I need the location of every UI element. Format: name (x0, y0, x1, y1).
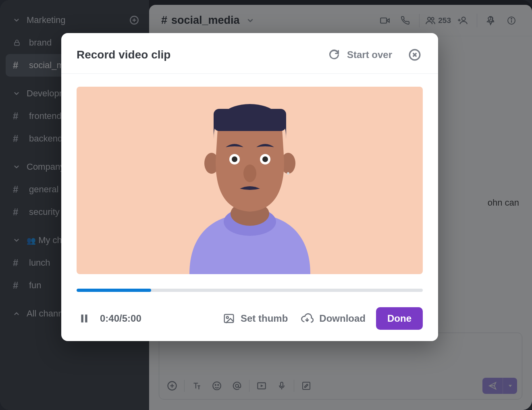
avatar-illustration (165, 101, 335, 274)
refresh-icon (328, 49, 340, 60)
recording-progress[interactable] (77, 289, 423, 292)
svg-rect-43 (81, 314, 83, 323)
svg-point-39 (232, 156, 237, 162)
svg-point-46 (227, 316, 229, 318)
download-label: Download (319, 313, 366, 324)
done-label: Done (387, 313, 411, 324)
progress-fill (77, 289, 151, 292)
pause-button[interactable] (77, 311, 92, 326)
svg-point-41 (262, 156, 268, 162)
done-button[interactable]: Done (376, 307, 423, 330)
download-button[interactable]: Download (298, 310, 368, 327)
cloud-download-icon (301, 312, 314, 325)
start-over-label: Start over (347, 49, 392, 60)
set-thumb-label: Set thumb (241, 313, 288, 324)
svg-rect-37 (214, 109, 286, 131)
close-button[interactable] (407, 47, 423, 63)
modal-controls: 0:40/5:00 Set thumb Download Done (77, 307, 423, 330)
svg-point-36 (287, 172, 289, 175)
video-preview (77, 87, 423, 274)
modal-header: Record video clip Start over (61, 33, 438, 74)
image-icon (223, 312, 235, 325)
set-thumb-button[interactable]: Set thumb (220, 310, 290, 327)
svg-rect-44 (85, 314, 87, 323)
start-over-button[interactable]: Start over (328, 49, 392, 60)
modal-title: Record video clip (77, 48, 328, 61)
pause-icon (79, 312, 89, 325)
record-video-modal: Record video clip Start over (61, 33, 438, 341)
time-display: 0:40/5:00 (100, 313, 141, 324)
svg-point-42 (243, 164, 256, 182)
close-icon (408, 48, 422, 62)
svg-rect-45 (224, 314, 234, 323)
